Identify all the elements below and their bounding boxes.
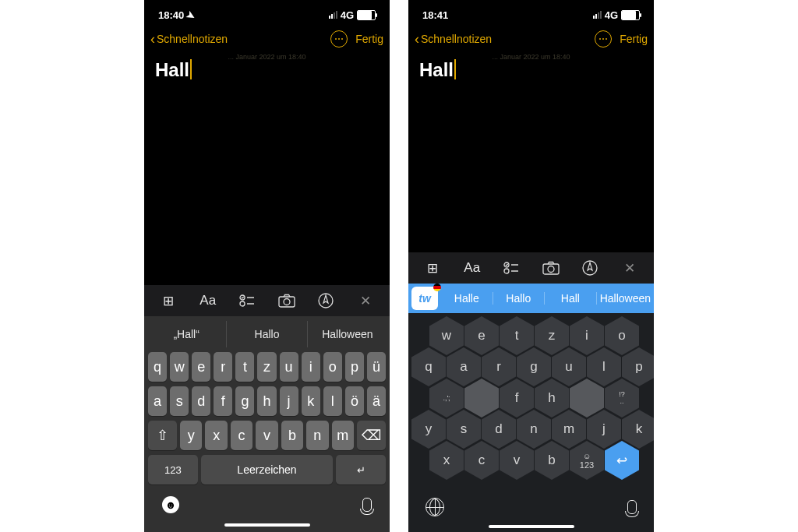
numbers-key[interactable]: 123 (148, 455, 198, 484)
checklist-icon[interactable] (500, 256, 523, 280)
key[interactable]: o (323, 352, 342, 382)
key[interactable]: l (323, 386, 342, 416)
prediction[interactable]: Hallo (493, 292, 546, 305)
prediction[interactable]: „Hall“ (147, 321, 227, 347)
more-button[interactable] (595, 30, 612, 48)
markup-icon[interactable] (314, 289, 337, 312)
hex-key[interactable]: p (622, 347, 654, 386)
hex-key-punct[interactable]: !? .. (605, 379, 639, 417)
hex-key[interactable]: m (552, 410, 586, 449)
hex-key[interactable]: g (517, 347, 551, 386)
checklist-icon[interactable] (235, 289, 259, 312)
hex-key[interactable]: o (605, 316, 639, 355)
hex-key[interactable]: y (411, 410, 446, 449)
home-indicator[interactable] (224, 523, 310, 527)
hex-key[interactable]: c (464, 441, 499, 480)
table-icon[interactable]: ⊞ (157, 289, 180, 312)
hex-key[interactable]: r (482, 347, 516, 386)
key[interactable]: c (231, 421, 252, 450)
done-button[interactable]: Fertig (355, 33, 383, 45)
emoji-icon[interactable]: ☻ (162, 496, 179, 513)
key[interactable]: a (148, 386, 167, 416)
key[interactable]: n (306, 421, 328, 450)
hex-key-blank[interactable] (464, 379, 499, 417)
close-icon[interactable]: ✕ (618, 256, 641, 280)
close-icon[interactable]: ✕ (354, 289, 377, 312)
shift-key[interactable]: ⇧ (148, 421, 177, 450)
hex-key[interactable]: a (447, 347, 481, 386)
hex-key[interactable]: i (570, 316, 604, 355)
note-area[interactable]: ... Januar 2022 um 18:40 Hall (144, 53, 390, 285)
hex-key-punct[interactable]: .,'; (429, 379, 464, 417)
key[interactable]: p (345, 352, 364, 382)
key[interactable]: z (257, 352, 276, 382)
hex-key[interactable]: s (447, 410, 481, 449)
key[interactable]: u (280, 352, 298, 382)
hex-key[interactable]: v (500, 441, 534, 480)
note-area[interactable]: ... Januar 2022 um 18:40 Hall (408, 53, 654, 252)
prediction[interactable]: Halloween (308, 321, 387, 347)
hex-key[interactable]: z (535, 316, 569, 355)
prediction[interactable]: Halle (441, 292, 493, 305)
markup-icon[interactable] (578, 256, 602, 280)
camera-icon[interactable] (539, 256, 563, 280)
key[interactable]: t (235, 352, 254, 382)
key[interactable]: b (281, 421, 303, 450)
key[interactable]: ä (367, 386, 386, 416)
home-indicator[interactable] (489, 525, 574, 528)
key[interactable]: q (148, 352, 167, 382)
prediction[interactable]: Hall (545, 292, 597, 305)
hex-key[interactable]: w (429, 316, 464, 355)
key[interactable]: s (170, 386, 189, 416)
hex-key[interactable]: n (517, 410, 551, 449)
mic-icon[interactable] (362, 498, 372, 512)
backspace-key[interactable]: ⌫ (357, 421, 386, 450)
back-button[interactable]: ‹Schnellnotizen (415, 31, 492, 48)
key[interactable]: y (180, 421, 202, 450)
table-icon[interactable]: ⊞ (421, 256, 444, 280)
key[interactable]: ü (367, 352, 386, 382)
space-key[interactable]: Leerzeichen (201, 455, 334, 484)
hex-key[interactable]: j (587, 410, 621, 449)
hex-key[interactable]: d (482, 410, 516, 449)
key[interactable]: x (205, 421, 227, 450)
hex-key[interactable]: u (552, 347, 586, 386)
key[interactable]: i (302, 352, 320, 382)
keyboard-logo-icon[interactable]: tw (411, 287, 438, 310)
hex-key[interactable]: k (622, 410, 654, 449)
hex-key[interactable]: b (535, 441, 569, 480)
more-button[interactable] (330, 30, 348, 48)
key[interactable]: k (302, 386, 320, 416)
text-format-icon[interactable]: Aa (461, 256, 484, 280)
key[interactable]: f (214, 386, 232, 416)
key[interactable]: w (170, 352, 189, 382)
hex-key[interactable]: x (429, 441, 464, 480)
key[interactable]: v (256, 421, 277, 450)
prediction[interactable]: Hallo (227, 321, 307, 347)
hex-key[interactable]: l (587, 347, 621, 386)
key[interactable]: r (214, 352, 232, 382)
hex-key[interactable]: f (500, 379, 534, 417)
camera-icon[interactable] (275, 289, 298, 312)
key[interactable]: h (257, 386, 276, 416)
key[interactable]: e (192, 352, 210, 382)
hex-key-return[interactable]: ↩ (605, 441, 639, 480)
return-key[interactable]: ↵ (336, 455, 386, 484)
hex-key-numbers[interactable]: ☺123 (570, 441, 604, 480)
done-button[interactable]: Fertig (620, 33, 648, 45)
key[interactable]: m (332, 421, 354, 450)
hex-key[interactable]: t (500, 316, 534, 355)
mic-icon[interactable] (627, 500, 637, 514)
key[interactable]: d (192, 386, 210, 416)
key[interactable]: ö (345, 386, 364, 416)
hex-key[interactable]: q (411, 347, 446, 386)
globe-icon[interactable] (425, 498, 444, 516)
key[interactable]: g (235, 386, 254, 416)
back-button[interactable]: ‹Schnellnotizen (150, 31, 228, 48)
prediction[interactable]: Halloween (597, 292, 654, 305)
hex-key[interactable]: h (535, 379, 569, 417)
key[interactable]: j (280, 386, 298, 416)
hex-key[interactable]: e (464, 316, 499, 355)
hex-key-blank[interactable] (570, 379, 604, 417)
text-format-icon[interactable]: Aa (196, 289, 220, 312)
